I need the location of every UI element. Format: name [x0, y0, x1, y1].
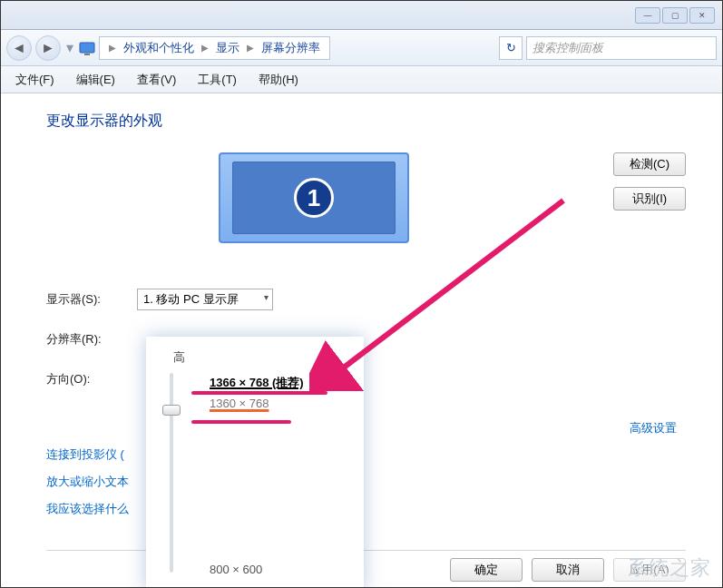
monitor-inner: 1 — [232, 162, 396, 234]
detect-button-group: 检测(C) 识别(I) — [613, 152, 686, 243]
maximize-button[interactable]: ▢ — [662, 7, 688, 24]
slider-thumb[interactable] — [162, 405, 181, 416]
nav-bar: ◄ ► ▾ ▶ 外观和个性化 ▶ 显示 ▶ 屏幕分辨率 ↻ 搜索控制面板 — [1, 30, 722, 66]
resolution-option-recommended[interactable]: 1366 × 768 (推荐) — [210, 375, 355, 391]
svg-rect-1 — [84, 54, 90, 55]
help-links: 连接到投影仪 ( 放大或缩小文本 我应该选择什么 — [46, 446, 686, 517]
annotation-underline-1 — [191, 391, 327, 395]
menu-file[interactable]: 文件(F) — [10, 70, 60, 90]
orientation-row: 方向(O): — [46, 359, 686, 399]
footer-separator — [46, 550, 686, 551]
nav-dropdown-arrow[interactable]: ▾ — [64, 35, 75, 61]
resolution-label: 分辨率(R): — [46, 331, 137, 348]
monitor-row: 1 检测(C) 识别(I) — [46, 152, 686, 243]
display-label: 显示器(S): — [46, 291, 137, 308]
slider-high-label: 高 — [173, 349, 355, 366]
crumb-resolution[interactable]: 屏幕分辨率 — [258, 40, 324, 56]
chevron-icon: ▶ — [243, 43, 258, 53]
orientation-label: 方向(O): — [46, 371, 137, 387]
control-panel-icon — [79, 40, 95, 56]
title-bar: — ▢ ✕ — [1, 1, 722, 30]
link-which-resolution[interactable]: 我应该选择什么 — [46, 501, 686, 517]
display-row: 显示器(S): 1. 移动 PC 显示屏 — [46, 279, 686, 319]
resolution-option-1360[interactable]: 1360 × 768 — [210, 397, 355, 410]
apply-button[interactable]: 应用(A) — [613, 558, 686, 582]
nav-forward-button[interactable]: ► — [35, 35, 61, 61]
page-title: 更改显示器的外观 — [46, 112, 686, 131]
chevron-icon: ▶ — [105, 43, 120, 53]
nav-back-button[interactable]: ◄ — [6, 35, 32, 61]
menu-bar: 文件(F) 编辑(E) 查看(V) 工具(T) 帮助(H) — [1, 66, 722, 93]
breadcrumb: ▶ 外观和个性化 ▶ 显示 ▶ 屏幕分辨率 — [99, 36, 330, 60]
search-input[interactable]: 搜索控制面板 — [526, 36, 717, 60]
minimize-button[interactable]: — — [635, 7, 660, 24]
crumb-appearance[interactable]: 外观和个性化 — [120, 40, 198, 56]
arrow-left-icon: ◄ — [12, 40, 26, 56]
resolution-option-800[interactable]: 800 × 600 — [210, 563, 262, 576]
link-textsize[interactable]: 放大或缩小文本 — [46, 474, 686, 490]
menu-help[interactable]: 帮助(H) — [253, 70, 304, 90]
arrow-right-icon: ► — [41, 40, 55, 56]
identify-button[interactable]: 识别(I) — [613, 187, 686, 211]
menu-tools[interactable]: 工具(T) — [192, 70, 242, 90]
annotation-underline-2 — [191, 420, 291, 424]
chevron-icon: ▶ — [198, 43, 212, 53]
slider-track[interactable] — [170, 373, 173, 573]
close-button[interactable]: ✕ — [689, 7, 715, 24]
refresh-button[interactable]: ↻ — [499, 36, 523, 60]
crumb-display[interactable]: 显示 — [212, 40, 243, 56]
ok-button[interactable]: 确定 — [450, 558, 523, 582]
resolution-slider-popup: 高 1366 × 768 (推荐) 1360 × 768 800 × 600 — [146, 337, 364, 588]
advanced-settings-link[interactable]: 高级设置 — [630, 420, 677, 436]
menu-edit[interactable]: 编辑(E) — [71, 70, 121, 90]
detect-button[interactable]: 检测(C) — [613, 152, 686, 176]
link-projector[interactable]: 连接到投影仪 ( — [46, 446, 686, 463]
resolution-row: 分辨率(R): — [46, 319, 686, 359]
window-controls: — ▢ ✕ — [635, 7, 715, 24]
monitor-preview[interactable]: 1 — [219, 152, 409, 243]
monitor-number-badge: 1 — [294, 178, 334, 218]
menu-view[interactable]: 查看(V) — [132, 70, 181, 90]
svg-rect-0 — [80, 43, 94, 53]
display-combobox[interactable]: 1. 移动 PC 显示屏 — [137, 289, 273, 310]
footer-buttons: 确定 取消 应用(A) — [450, 558, 686, 582]
cancel-button[interactable]: 取消 — [532, 558, 604, 582]
